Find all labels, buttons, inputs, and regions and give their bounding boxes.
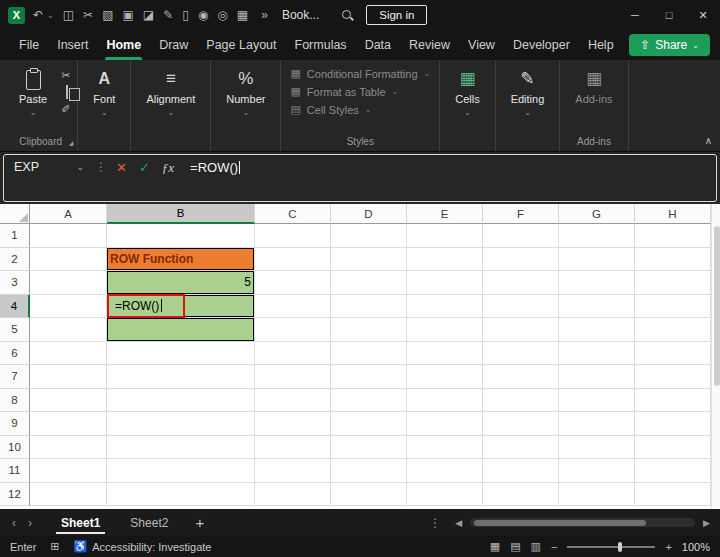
cell-F5[interactable] — [483, 318, 559, 342]
cell-H8[interactable] — [635, 389, 711, 413]
paste-button[interactable]: Paste ⌄ — [11, 62, 55, 134]
pen-icon[interactable]: ✎ — [163, 9, 173, 21]
copy-button[interactable] — [66, 85, 68, 99]
cell-C2[interactable] — [255, 248, 331, 272]
row-header-7[interactable]: 7 — [0, 365, 30, 389]
cell-B2[interactable]: ROW Function — [107, 248, 255, 272]
cell-E8[interactable] — [407, 389, 483, 413]
cell-D8[interactable] — [331, 389, 407, 413]
cell-G10[interactable] — [559, 436, 635, 460]
cell-B1[interactable] — [107, 224, 255, 248]
cell-C6[interactable] — [255, 342, 331, 366]
cell-A8[interactable] — [30, 389, 107, 413]
menu-tab-help[interactable]: Help — [579, 30, 623, 60]
enter-formula-button[interactable]: ✓ — [133, 155, 156, 176]
horizontal-scrollbar-thumb[interactable] — [474, 520, 646, 526]
cell-H10[interactable] — [635, 436, 711, 460]
menu-tab-data[interactable]: Data — [356, 30, 400, 60]
search-icon[interactable] — [341, 9, 354, 22]
cell-C1[interactable] — [255, 224, 331, 248]
cell-C3[interactable] — [255, 271, 331, 295]
cell-D10[interactable] — [331, 436, 407, 460]
share-button[interactable]: ⇧ Share ⌄ — [629, 34, 710, 56]
cell-A9[interactable] — [30, 412, 107, 436]
number-button[interactable]: % Number ⌄ — [218, 62, 273, 151]
cancel-formula-button[interactable]: ✕ — [110, 155, 133, 176]
cell-F10[interactable] — [483, 436, 559, 460]
cell-B11[interactable] — [107, 459, 255, 483]
copy-icon[interactable]: ◫ — [63, 9, 74, 21]
cell-E11[interactable] — [407, 459, 483, 483]
format-painter-button[interactable]: ✐ — [61, 104, 70, 115]
vertical-scrollbar[interactable] — [711, 204, 720, 509]
cell-F12[interactable] — [483, 483, 559, 507]
column-header-A[interactable]: A — [30, 204, 107, 224]
zoom-slider[interactable] — [567, 546, 655, 548]
cell-A6[interactable] — [30, 342, 107, 366]
close-button[interactable]: ✕ — [686, 0, 720, 30]
minimize-button[interactable]: ─ — [618, 0, 652, 30]
cell-C8[interactable] — [255, 389, 331, 413]
cell-D4[interactable] — [331, 295, 407, 319]
ribbon-cell-styles-button[interactable]: ▤Cell Styles⌄ — [290, 103, 430, 116]
menu-tab-formulas[interactable]: Formulas — [286, 30, 356, 60]
sign-in-button[interactable]: Sign in — [366, 5, 427, 25]
cell-F6[interactable] — [483, 342, 559, 366]
undo-button[interactable]: ↶ — [33, 9, 43, 21]
cell-A3[interactable] — [30, 271, 107, 295]
cell-A5[interactable] — [30, 318, 107, 342]
cell-E6[interactable] — [407, 342, 483, 366]
ribbon-conditional-formatting-button[interactable]: ▦Conditional Formatting⌄ — [290, 67, 430, 80]
cell-A2[interactable] — [30, 248, 107, 272]
cell-A12[interactable] — [30, 483, 107, 507]
cell-H6[interactable] — [635, 342, 711, 366]
cell-A1[interactable] — [30, 224, 107, 248]
menu-tab-page-layout[interactable]: Page Layout — [197, 30, 285, 60]
cell-E7[interactable] — [407, 365, 483, 389]
column-header-E[interactable]: E — [407, 204, 483, 224]
column-header-H[interactable]: H — [635, 204, 711, 224]
cell-E10[interactable] — [407, 436, 483, 460]
new-sheet-button[interactable]: + — [183, 514, 216, 531]
cell-C5[interactable] — [255, 318, 331, 342]
formula-input[interactable]: =ROW() — [180, 155, 250, 175]
row-header-3[interactable]: 3 — [0, 271, 30, 295]
cell-C7[interactable] — [255, 365, 331, 389]
cell-H2[interactable] — [635, 248, 711, 272]
cell-D5[interactable] — [331, 318, 407, 342]
cell-C12[interactable] — [255, 483, 331, 507]
cell-G1[interactable] — [559, 224, 635, 248]
cell-D6[interactable] — [331, 342, 407, 366]
name-box[interactable]: EXP ⌄ — [4, 155, 92, 174]
name-box-chevron-down-icon[interactable]: ⌄ — [76, 162, 84, 172]
cell-H5[interactable] — [635, 318, 711, 342]
menu-tab-review[interactable]: Review — [400, 30, 459, 60]
menu-tab-insert[interactable]: Insert — [48, 30, 97, 60]
cell-B7[interactable] — [107, 365, 255, 389]
cell-E4[interactable] — [407, 295, 483, 319]
cell-G9[interactable] — [559, 412, 635, 436]
cell-B4[interactable]: =ROW() — [107, 295, 255, 319]
cell-B5[interactable] — [107, 318, 255, 342]
row-header-2[interactable]: 2 — [0, 248, 30, 272]
cell-G6[interactable] — [559, 342, 635, 366]
zoom-out-button[interactable]: − — [551, 541, 557, 553]
cell-B3[interactable]: 5 — [107, 271, 255, 295]
toolbar-overflow-button[interactable]: » — [261, 8, 268, 22]
cell-D11[interactable] — [331, 459, 407, 483]
cell-E12[interactable] — [407, 483, 483, 507]
cell-H7[interactable] — [635, 365, 711, 389]
macro-record-icon[interactable]: ⊞ — [50, 540, 59, 553]
cell-C9[interactable] — [255, 412, 331, 436]
cell-D7[interactable] — [331, 365, 407, 389]
cell-B6[interactable] — [107, 342, 255, 366]
row-header-10[interactable]: 10 — [0, 436, 30, 460]
collapse-ribbon-chevron-icon[interactable]: ∧ — [705, 135, 712, 146]
cell-D2[interactable] — [331, 248, 407, 272]
column-header-C[interactable]: C — [255, 204, 331, 224]
cell-A7[interactable] — [30, 365, 107, 389]
cell-H3[interactable] — [635, 271, 711, 295]
cell-F1[interactable] — [483, 224, 559, 248]
camera-icon[interactable]: ◎ — [217, 9, 227, 21]
cell-D9[interactable] — [331, 412, 407, 436]
